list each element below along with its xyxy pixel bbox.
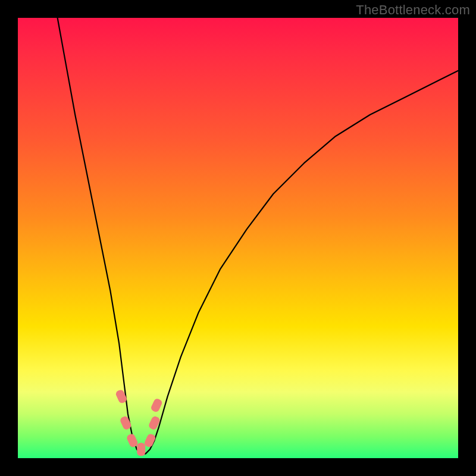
attribution-text: TheBottleneck.com (356, 2, 470, 18)
marker-group (115, 389, 163, 456)
curve-group (58, 18, 458, 454)
plot-area (18, 18, 458, 458)
min-marker (137, 443, 145, 456)
min-marker (126, 433, 139, 448)
curve-svg (18, 18, 458, 458)
min-marker (150, 397, 163, 413)
min-marker (143, 433, 156, 448)
bottleneck-curve (58, 18, 458, 454)
chart-frame: TheBottleneck.com (0, 0, 476, 476)
